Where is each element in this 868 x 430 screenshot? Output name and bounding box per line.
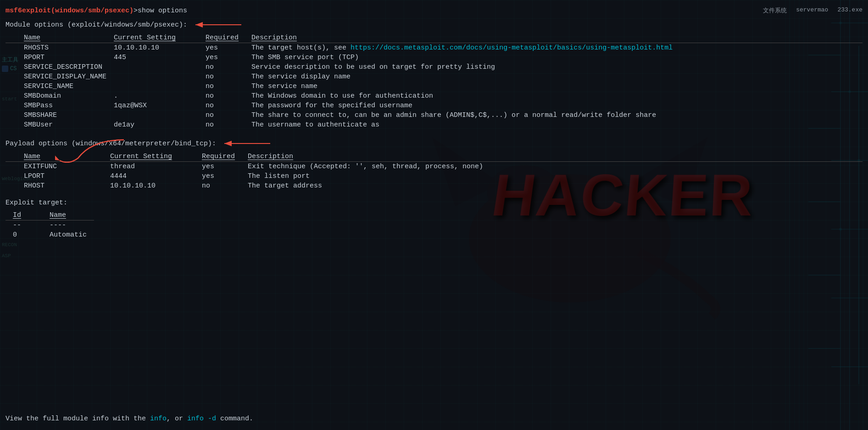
target-col-id: Id xyxy=(6,210,42,221)
mod-row-name: RHOSTS xyxy=(6,43,110,53)
topbar-filesystem: 文件系统 xyxy=(763,6,787,15)
module-options-row: SMBSHARE no The share to connect to, can… xyxy=(6,110,862,120)
mod-row-name: SMBSHARE xyxy=(6,110,110,120)
mod-row-name: SERVICE_NAME xyxy=(6,82,110,91)
pay-row-name: EXITFUNC xyxy=(6,162,106,172)
mod-row-setting xyxy=(110,62,202,72)
col-header-setting: Current Setting xyxy=(110,33,202,43)
mod-row-required: yes xyxy=(202,43,248,53)
col-header-required: Required xyxy=(202,33,248,43)
target-separator-row: -- ---- xyxy=(6,221,94,231)
mod-row-desc: The password for the specified username xyxy=(248,101,862,110)
pay-row-required: yes xyxy=(198,162,244,172)
footer-info-link[interactable]: info xyxy=(150,415,167,423)
mod-row-name: SMBDomain xyxy=(6,91,110,101)
prompt-line: msf6 exploit(windows/smb/psexec) > show … xyxy=(6,7,756,15)
pay-row-name: RHOST xyxy=(6,181,106,191)
prompt-arrow: > xyxy=(134,7,138,15)
module-options-row: RPORT 445 yes The SMB service port (TCP) xyxy=(6,53,862,62)
module-options-row: SMBPass 1qaz@WSX no The password for the… xyxy=(6,101,862,110)
footer-text-after: command. xyxy=(216,415,253,423)
target-col-name: Name xyxy=(42,210,94,221)
mod-row-setting: 1qaz@WSX xyxy=(110,101,202,110)
mod-row-name: SERVICE_DESCRIPTION xyxy=(6,62,110,72)
payload-header-arrow xyxy=(220,138,275,149)
command-text: show options xyxy=(138,7,187,15)
mod-row-setting xyxy=(110,110,202,120)
target-row-name: Automatic xyxy=(42,230,94,240)
mod-row-name: RPORT xyxy=(6,53,110,62)
terminal: msf6 exploit(windows/smb/psexec) > show … xyxy=(0,0,868,430)
footer: View the full module info with the info,… xyxy=(6,415,253,423)
pay-row-required: no xyxy=(198,181,244,191)
payload-options-row: RHOST 10.10.10.10 no The target address xyxy=(6,181,862,191)
exploit-target-table: Id Name -- ---- 0 Automatic xyxy=(6,210,94,240)
module-options-row: SERVICE_NAME no The service name xyxy=(6,82,862,91)
mod-row-setting: . xyxy=(110,91,202,101)
mod-row-setting xyxy=(110,82,202,91)
exploit-path: exploit(windows/smb/psexec) xyxy=(22,7,134,15)
mod-row-setting xyxy=(110,72,202,82)
payload-col-header-setting: Current Setting xyxy=(106,152,198,162)
target-sep-name: ---- xyxy=(42,221,94,231)
pay-row-setting: 4444 xyxy=(106,171,198,181)
pay-row-setting: 10.10.10.10 xyxy=(106,181,198,191)
module-options-row: SERVICE_DISPLAY_NAME no The service disp… xyxy=(6,72,862,82)
mod-row-setting: 10.10.10.10 xyxy=(110,43,202,53)
mod-row-required: no xyxy=(202,110,248,120)
exploit-target-section: Exploit target: Id Name -- ---- 0 Automa… xyxy=(6,199,862,240)
mod-row-required: no xyxy=(202,91,248,101)
payload-options-row: LPORT 4444 yes The listen port xyxy=(6,171,862,181)
target-sep-id: -- xyxy=(6,221,42,231)
topbar-233exe: 233.exe xyxy=(837,6,862,15)
mod-row-setting: de1ay xyxy=(110,120,202,130)
mod-row-required: no xyxy=(202,120,248,130)
mod-row-name: SMBPass xyxy=(6,101,110,110)
mod-row-desc: Service description to be used on target… xyxy=(248,62,862,72)
mod-row-required: yes xyxy=(202,53,248,62)
mod-row-desc: The share to connect to, can be an admin… xyxy=(248,110,862,120)
pay-row-setting: thread xyxy=(106,162,198,172)
module-options-row: SMBUser de1ay no The username to authent… xyxy=(6,120,862,130)
payload-options-row: EXITFUNC thread yes Exit technique (Acce… xyxy=(6,162,862,172)
module-options-row: RHOSTS 10.10.10.10 yes The target host(s… xyxy=(6,43,862,53)
payload-options-header: Payload options (windows/x64/meterpreter… xyxy=(6,140,216,148)
footer-info-d-link[interactable]: info -d xyxy=(187,415,216,423)
payload-col-header-desc: Description xyxy=(244,152,862,162)
module-options-header-row: Module options (exploit/windows/smb/psex… xyxy=(6,19,862,30)
msf-label: msf6 xyxy=(6,7,22,15)
payload-options-header-row: Payload options (windows/x64/meterpreter… xyxy=(6,138,862,149)
module-header-arrow xyxy=(191,19,246,30)
mod-row-required: no xyxy=(202,72,248,82)
module-options-row: SERVICE_DESCRIPTION no Service descripti… xyxy=(6,62,862,72)
topbar-servermao: servermao xyxy=(796,6,828,15)
mod-row-desc: The service display name xyxy=(248,72,862,82)
payload-options-table: Name Current Setting Required Descriptio… xyxy=(6,152,862,191)
target-row-id: 0 xyxy=(6,230,42,240)
footer-text-before: View the full module info with the xyxy=(6,415,150,423)
mod-row-required: no xyxy=(202,101,248,110)
exploit-target-header: Exploit target: xyxy=(6,199,862,207)
target-row: 0 Automatic xyxy=(6,230,94,240)
payload-col-header-name: Name xyxy=(6,152,106,162)
mod-row-name: SMBUser xyxy=(6,120,110,130)
mod-row-desc: The username to authenticate as xyxy=(248,120,862,130)
module-options-table: Name Current Setting Required Descriptio… xyxy=(6,33,862,130)
payload-col-header-required: Required xyxy=(198,152,244,162)
pay-row-desc: The target address xyxy=(244,181,862,191)
mod-row-desc: The SMB service port (TCP) xyxy=(248,53,862,62)
mod-row-desc: The Windows domain to use for authentica… xyxy=(248,91,862,101)
pay-row-desc: The listen port xyxy=(244,171,862,181)
footer-text-middle: , or xyxy=(167,415,187,423)
mod-row-desc: The service name xyxy=(248,82,862,91)
top-bar-items: 文件系统 servermao 233.exe xyxy=(763,6,862,15)
module-options-header: Module options (exploit/windows/smb/psex… xyxy=(6,21,187,29)
mod-row-required: no xyxy=(202,82,248,91)
mod-row-name: SERVICE_DISPLAY_NAME xyxy=(6,72,110,82)
pay-row-desc: Exit technique (Accepted: '', seh, threa… xyxy=(244,162,862,172)
mod-row-setting: 445 xyxy=(110,53,202,62)
mod-row-required: no xyxy=(202,62,248,72)
module-options-row: SMBDomain . no The Windows domain to use… xyxy=(6,91,862,101)
col-header-desc: Description xyxy=(248,33,862,43)
mod-row-desc: The target host(s), see https://docs.met… xyxy=(248,43,862,53)
